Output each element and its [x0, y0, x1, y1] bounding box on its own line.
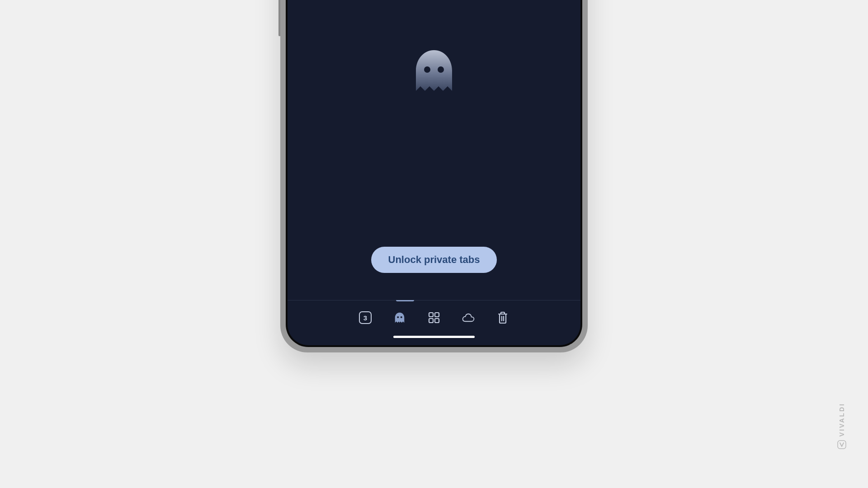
tab-bar: 3 [288, 300, 580, 331]
svg-point-1 [438, 66, 444, 73]
ghost-small-icon [393, 311, 406, 324]
vivaldi-logo-icon [837, 440, 846, 449]
svg-point-2 [397, 316, 399, 318]
trash-icon [497, 311, 508, 324]
cloud-icon [462, 312, 475, 323]
bottom-toolbar: 3 [288, 300, 580, 345]
svg-rect-10 [838, 441, 846, 449]
svg-rect-6 [429, 319, 433, 323]
phone-screen: Unlock private tabs 3 [288, 0, 580, 345]
unlock-private-tabs-button[interactable]: Unlock private tabs [371, 247, 497, 273]
svg-rect-5 [435, 313, 439, 317]
svg-point-0 [424, 66, 430, 73]
svg-rect-4 [429, 313, 433, 317]
delete-all-button[interactable] [496, 311, 509, 324]
private-tabs-button[interactable] [393, 311, 406, 324]
private-tabs-locked-view: Unlock private tabs [288, 0, 580, 300]
svg-point-3 [401, 316, 402, 318]
phone-frame: Unlock private tabs 3 [280, 0, 588, 352]
active-tab-indicator [396, 300, 414, 301]
tabs-count-button[interactable]: 3 [359, 311, 372, 324]
grid-icon [428, 312, 440, 324]
cloud-sync-button[interactable] [462, 311, 475, 324]
phone-bezel: Unlock private tabs 3 [286, 0, 582, 347]
ghost-icon [411, 48, 457, 98]
tab-groups-button[interactable] [428, 311, 440, 324]
svg-rect-7 [435, 319, 439, 323]
phone-side-button [278, 0, 280, 36]
tabs-count-box-icon: 3 [359, 311, 372, 324]
vivaldi-brand-text: VIVALDI [838, 403, 845, 436]
tabs-count-value: 3 [363, 314, 367, 322]
vivaldi-brand: VIVALDI [837, 403, 846, 449]
home-indicator [393, 336, 475, 338]
